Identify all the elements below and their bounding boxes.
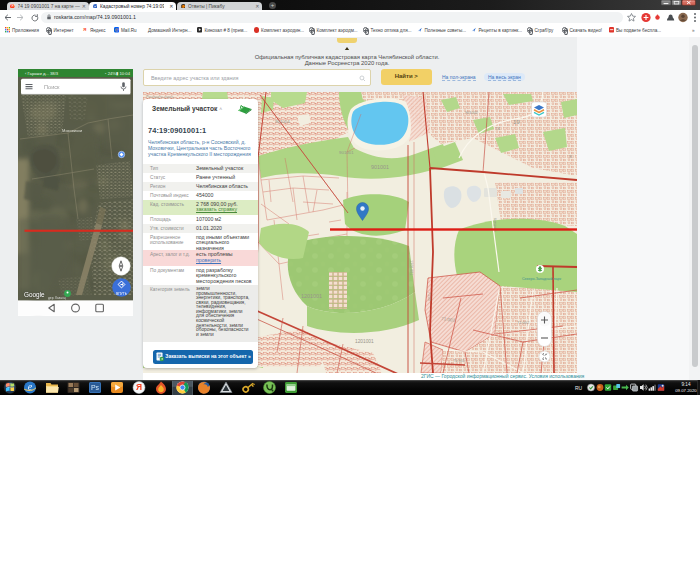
- svg-text:901001: 901001: [339, 150, 354, 155]
- svg-text:дер. Казанц: дер. Казанц: [48, 296, 66, 300]
- svg-text:◔ 24%▮ 10:04: ◔ 24%▮ 10:04: [103, 71, 130, 76]
- svg-text:ВПУТЬ: ВПУТЬ: [115, 292, 127, 296]
- svg-text:1201001: 1201001: [409, 260, 414, 276]
- svg-text:Ps: Ps: [91, 383, 100, 390]
- svg-text:09.07.2020: 09.07.2020: [675, 388, 697, 393]
- svg-text:Моховички: Моховички: [62, 128, 82, 133]
- svg-text:Роскварта-карта: Роскварта-карта: [146, 95, 173, 99]
- svg-text:‹ Гаражи д... 38/3: ‹ Гаражи д... 38/3: [25, 71, 59, 76]
- svg-text:Google: Google: [24, 291, 45, 299]
- svg-text:19: 19: [513, 119, 520, 125]
- svg-text:901001: 901001: [371, 164, 389, 170]
- svg-text:9:14: 9:14: [682, 382, 691, 387]
- svg-text:71:002: 71:002: [517, 320, 530, 325]
- svg-text:1201001: 1201001: [355, 339, 374, 344]
- svg-text:901004: 901004: [275, 119, 290, 124]
- svg-text:Северо-Западный парк: Северо-Западный парк: [522, 277, 561, 281]
- svg-text:Я: Я: [136, 382, 142, 392]
- svg-text:71:301: 71:301: [453, 359, 465, 363]
- svg-text:Я: Я: [83, 28, 86, 33]
- svg-text:@: @: [114, 28, 118, 33]
- svg-text:RU: RU: [575, 384, 583, 390]
- svg-text:71:00: 71:00: [427, 292, 431, 301]
- svg-text:1201001: 1201001: [301, 293, 322, 299]
- svg-text:Поиск: Поиск: [44, 84, 60, 90]
- svg-text:74: 74: [495, 126, 500, 131]
- svg-text:901002: 901002: [465, 111, 478, 115]
